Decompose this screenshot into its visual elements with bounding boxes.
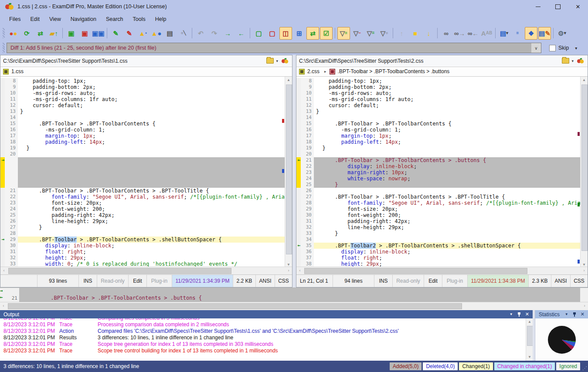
copy-block-right-icon[interactable]: → bbox=[221, 27, 234, 40]
close-icon[interactable]: ✕ bbox=[525, 311, 529, 317]
left-hscroll-thumb[interactable] bbox=[8, 268, 231, 274]
left-vscroll-thumb[interactable] bbox=[286, 85, 292, 254]
minimize-button[interactable] bbox=[528, 0, 548, 13]
save-second-icon[interactable]: ▣ bbox=[78, 27, 91, 40]
output-log[interactable]: 8/12/2023 3:12:01 PMTraceComparing files… bbox=[0, 318, 526, 361]
menu-search[interactable]: Search bbox=[101, 14, 128, 24]
filter-added-icon[interactable]: ▽= bbox=[364, 27, 377, 40]
plugin-editor-icon[interactable]: ▤✎ bbox=[538, 27, 551, 40]
split-view-icon[interactable]: ◫ bbox=[279, 27, 292, 40]
show-second-pane-icon[interactable]: ▢ bbox=[266, 27, 279, 40]
snapshot-first-icon[interactable]: ▲▪ bbox=[136, 27, 149, 40]
compare-files-icon[interactable]: ●● bbox=[7, 27, 20, 40]
right-horizontal-scrollbar[interactable]: ‹ › bbox=[296, 267, 588, 274]
toolbar-grip[interactable] bbox=[3, 28, 5, 38]
breadcrumb-item[interactable]: .BPT-Toolbar > .BPT-ToolbarContents > .b… bbox=[338, 68, 450, 74]
scroll-up-icon[interactable]: ▲ bbox=[581, 77, 588, 84]
show-first-pane-icon[interactable]: ▢ bbox=[252, 27, 265, 40]
scroll-left-icon[interactable]: ‹ bbox=[0, 302, 7, 309]
copy-block-left-icon[interactable]: ← bbox=[235, 27, 248, 40]
scroll-up-icon[interactable]: ▲ bbox=[526, 318, 533, 325]
menu-edit[interactable]: Edit bbox=[25, 14, 44, 24]
diffbar-grip[interactable] bbox=[3, 43, 5, 53]
left-code-area[interactable]: 8 padding-top: 1px;9 padding-bottom: 2px… bbox=[0, 77, 292, 267]
panel-splitter[interactable] bbox=[292, 55, 296, 287]
pin-icon[interactable] bbox=[573, 312, 576, 317]
next-diff-icon[interactable]: ↓ bbox=[422, 27, 435, 40]
pin-icon[interactable] bbox=[517, 312, 521, 317]
swap-panes-icon[interactable]: ⇄ bbox=[34, 27, 47, 40]
comparison-details-icon[interactable]: ▤▾ bbox=[498, 27, 510, 40]
scroll-right-icon[interactable]: › bbox=[581, 302, 588, 309]
menu-tools[interactable]: Tools bbox=[128, 14, 150, 24]
current-diff-hscroll-thumb[interactable] bbox=[8, 303, 462, 309]
right-hscroll-thumb[interactable] bbox=[304, 268, 527, 274]
chevron-down-icon[interactable]: ▾ bbox=[571, 59, 574, 63]
grid-view-icon[interactable]: ⊞ bbox=[293, 27, 306, 40]
scroll-left-icon[interactable]: ‹ bbox=[296, 267, 303, 274]
diff-selector-combo[interactable]: Diff 1: Add 5 lines (21 - 25, second fil… bbox=[7, 43, 541, 53]
compare-icon[interactable] bbox=[282, 58, 289, 64]
resize-grip-icon[interactable]: ⋰ bbox=[582, 365, 587, 371]
menu-navigation[interactable]: Navigation bbox=[66, 14, 101, 24]
save-first-icon[interactable]: ▣ bbox=[65, 27, 78, 40]
snapshot-second-icon[interactable]: ▲● bbox=[150, 27, 163, 40]
auto-recompare-icon[interactable]: ☑ bbox=[320, 27, 333, 40]
find-icon[interactable]: ∞ bbox=[440, 27, 452, 40]
right-code-area[interactable]: 8 padding-top: 1px;9 padding-bottom: 2px… bbox=[296, 77, 588, 267]
filter-deleted-icon[interactable]: ▽− bbox=[351, 27, 364, 40]
filter-matches-icon[interactable]: ▽○ bbox=[378, 27, 391, 40]
skip-checkbox[interactable] bbox=[549, 45, 556, 51]
chevron-down-icon[interactable]: ▼ bbox=[565, 312, 568, 316]
line-details-icon[interactable]: ≡ bbox=[511, 27, 524, 40]
sync-scrolling-icon[interactable]: ⇄ bbox=[306, 27, 319, 40]
breadcrumb-item[interactable]: 2.css bbox=[307, 68, 319, 74]
find-prev-icon[interactable]: ∞← bbox=[467, 27, 479, 40]
menu-help[interactable]: Help bbox=[150, 14, 171, 24]
scroll-left-icon[interactable]: ‹ bbox=[0, 267, 7, 274]
magnifier-icon[interactable]: ○╲ bbox=[177, 27, 190, 40]
compare-icon[interactable] bbox=[577, 58, 584, 64]
find-next-icon[interactable]: ∞→ bbox=[453, 27, 466, 40]
save-both-icon[interactable]: ▣▣ bbox=[92, 27, 105, 40]
scroll-right-icon[interactable]: › bbox=[581, 267, 588, 274]
left-horizontal-scrollbar[interactable]: ‹ › bbox=[0, 267, 292, 274]
print-icon[interactable]: ▤ bbox=[163, 27, 176, 40]
close-icon[interactable]: ✕ bbox=[581, 311, 585, 317]
chevron-down-icon[interactable]: ∨ bbox=[531, 43, 541, 53]
plugins-icon[interactable]: ❖ bbox=[525, 27, 537, 40]
current-diff-hscrollbar[interactable]: ‹ › bbox=[0, 302, 588, 310]
output-scrollbar[interactable]: ▲ ▼ bbox=[526, 318, 533, 361]
scroll-down-icon[interactable]: ▼ bbox=[285, 261, 292, 267]
toolbar-overflow-icon[interactable]: ▾ bbox=[575, 46, 577, 51]
open-file-icon[interactable] bbox=[266, 58, 274, 64]
output-scroll-thumb[interactable] bbox=[527, 326, 533, 346]
scroll-up-icon[interactable]: ▲ bbox=[285, 77, 292, 84]
breadcrumb-item[interactable]: 1.css bbox=[11, 68, 24, 74]
chevron-down-icon[interactable]: ▾ bbox=[276, 59, 278, 63]
open-files-icon[interactable]: ▰↑ bbox=[48, 27, 60, 40]
right-vertical-scrollbar[interactable]: ▲ ▼ bbox=[580, 77, 588, 267]
recompare-icon[interactable]: ⟳ bbox=[20, 27, 33, 40]
scroll-right-icon[interactable]: › bbox=[285, 267, 292, 274]
options-icon[interactable]: ⚙▾ bbox=[556, 27, 568, 40]
current-diff-icon[interactable]: ■ bbox=[409, 27, 421, 40]
status-segment: CSS bbox=[570, 275, 588, 287]
edit-second-icon[interactable]: ✎ bbox=[123, 27, 136, 40]
close-button[interactable]: ✕ bbox=[568, 0, 588, 13]
open-file-icon[interactable] bbox=[562, 58, 569, 64]
maximize-button[interactable] bbox=[548, 0, 568, 13]
filter-all-diffs-icon[interactable]: ▽≡ bbox=[337, 27, 350, 40]
edit-first-icon[interactable]: ✎ bbox=[109, 27, 122, 40]
right-file-path[interactable]: C:\Src\ExamDiff\Specs\TreeSitter Support… bbox=[299, 58, 562, 64]
chevron-down-icon[interactable]: ▼ bbox=[510, 312, 513, 316]
left-file-path[interactable]: C:\Src\ExamDiff\Specs\TreeSitter Support… bbox=[3, 58, 266, 64]
statistics-header[interactable]: Statistics ▼ ✕ bbox=[535, 310, 588, 318]
menu-view[interactable]: View bbox=[44, 14, 66, 24]
right-vscroll-thumb[interactable] bbox=[581, 85, 588, 251]
scroll-down-icon[interactable]: ▼ bbox=[526, 354, 533, 361]
left-vertical-scrollbar[interactable]: ▲ ▼ bbox=[285, 77, 292, 267]
output-header[interactable]: Output ▼ ✕ bbox=[0, 310, 533, 318]
menu-files[interactable]: Files bbox=[4, 14, 25, 24]
scroll-down-icon[interactable]: ▼ bbox=[581, 261, 588, 267]
